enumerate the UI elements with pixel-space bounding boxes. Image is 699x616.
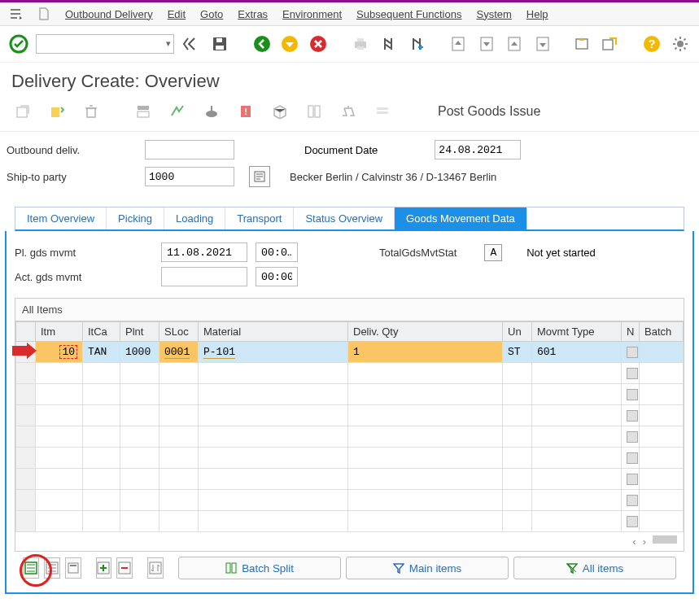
cell-n-checkbox[interactable] [627,410,638,422]
incomplete-icon[interactable]: ! [234,100,257,123]
tab-goods-movement-data[interactable]: Goods Movement Data [395,208,527,229]
col-deliv-qty[interactable]: Deliv. Qty [348,322,503,342]
shortcut-icon[interactable] [599,33,620,55]
col-batch[interactable]: Batch [640,322,684,342]
new-session-icon[interactable] [571,33,592,55]
planned-gm-time[interactable] [256,242,298,262]
back-icon[interactable] [181,33,202,55]
cell-sloc[interactable]: 0001 [164,346,190,359]
menu-edit[interactable]: Edit [168,8,186,20]
menu-icon[interactable] [10,7,23,20]
menu-subsequent-functions[interactable]: Subsequent Functions [356,8,461,20]
table-row[interactable] [16,469,684,490]
first-page-icon[interactable] [448,33,469,55]
split-icon[interactable] [303,100,325,123]
table-row[interactable] [16,363,684,384]
cell-deliv-qty[interactable]: 1 [348,342,503,363]
col-sloc[interactable]: SLoc [159,322,199,342]
menu-environment[interactable]: Environment [282,8,342,20]
table-row[interactable] [16,448,684,469]
table-row[interactable] [16,511,684,532]
outbound-deliv-input[interactable] [145,140,234,159]
menu-system[interactable]: System [476,8,511,20]
document-icon[interactable] [37,7,50,20]
batch-split-button[interactable]: Batch Split [178,557,341,579]
table-row[interactable] [16,384,684,405]
cell-material[interactable]: P-101 [203,346,235,359]
ship-to-input[interactable] [145,167,234,186]
actual-gm-date[interactable] [161,267,247,286]
col-plnt[interactable]: Plnt [120,322,159,342]
other-delivery-icon[interactable] [11,100,34,123]
packing-icon[interactable] [269,100,291,123]
cell-n-checkbox[interactable] [627,495,638,506]
header-info-icon[interactable] [200,100,223,123]
cell-n-checkbox[interactable] [627,368,638,379]
add-row-button[interactable] [96,557,112,579]
services-icon[interactable] [371,100,394,123]
display-details-icon[interactable] [166,100,189,123]
cell-n-checkbox[interactable] [627,389,638,400]
cancel-icon[interactable] [308,33,329,55]
cell-n-checkbox[interactable] [627,516,638,527]
tab-item-overview[interactable]: Item Overview [15,208,107,229]
all-items-button[interactable]: All items [513,557,676,579]
delete-row-button[interactable] [116,557,133,579]
tab-picking[interactable]: Picking [107,208,164,229]
table-row[interactable] [16,426,684,448]
prev-page-icon[interactable] [476,33,497,55]
command-field[interactable] [36,34,174,54]
last-page-icon[interactable] [532,33,553,55]
col-itm[interactable]: Itm [36,322,83,342]
menu-goto[interactable]: Goto [200,8,223,20]
enter-icon[interactable] [8,33,29,55]
col-movmt-type[interactable]: Movmt Type [532,322,622,342]
actual-gm-time[interactable] [256,267,298,286]
find-next-icon[interactable] [405,33,426,55]
cell-batch[interactable] [640,342,684,363]
customize-icon[interactable] [669,33,690,55]
cell-n-checkbox[interactable] [627,431,638,443]
post-goods-issue-button[interactable]: Post Goods Issue [438,104,540,119]
help-icon[interactable]: ? [641,33,662,55]
cell-n-checkbox[interactable] [627,474,638,485]
col-itca[interactable]: ItCa [83,322,120,342]
planned-gm-date[interactable] [161,242,247,262]
tab-status-overview[interactable]: Status Overview [294,208,395,229]
weight-icon[interactable] [337,100,360,123]
table-row[interactable]: 10 TAN 1000 0001 P-101 1 ST 601 [16,342,684,363]
next-page-icon[interactable] [504,33,525,55]
col-un[interactable]: Un [503,322,532,342]
col-rowheader[interactable] [16,322,36,342]
cell-itm[interactable]: 10 [59,345,77,359]
tab-loading[interactable]: Loading [164,208,225,229]
details-button[interactable] [65,557,81,579]
scroll-thumb[interactable] [653,535,677,544]
back-nav-icon[interactable] [251,33,273,55]
doc-date-input[interactable] [435,140,521,159]
scroll-left-icon[interactable]: ‹ [632,535,636,548]
save-icon[interactable] [209,33,230,55]
sort-button[interactable] [147,557,164,579]
menu-outbound-delivery[interactable]: Outbound Delivery [65,8,153,20]
menu-extras[interactable]: Extras [238,8,268,20]
find-icon[interactable] [378,33,399,55]
display-icon[interactable] [46,100,68,123]
header-details-icon[interactable] [132,100,155,123]
main-items-button[interactable]: Main items [346,557,509,579]
col-material[interactable]: Material [199,322,348,342]
partner-details-icon[interactable] [249,166,270,187]
cell-n-checkbox[interactable] [627,347,638,358]
col-n[interactable]: N [622,322,640,342]
select-all-button[interactable] [23,557,39,579]
table-row[interactable] [16,490,684,511]
table-row[interactable] [16,405,684,426]
deselect-all-button[interactable] [44,557,60,579]
print-icon[interactable] [350,33,371,55]
items-grid[interactable]: Itm ItCa Plnt SLoc Material Deliv. Qty U… [15,321,684,532]
delete-icon[interactable] [80,100,103,123]
scroll-right-icon[interactable]: › [643,535,646,548]
exit-icon[interactable] [279,33,300,55]
menu-help[interactable]: Help [526,8,548,20]
cell-n-checkbox[interactable] [627,452,638,464]
